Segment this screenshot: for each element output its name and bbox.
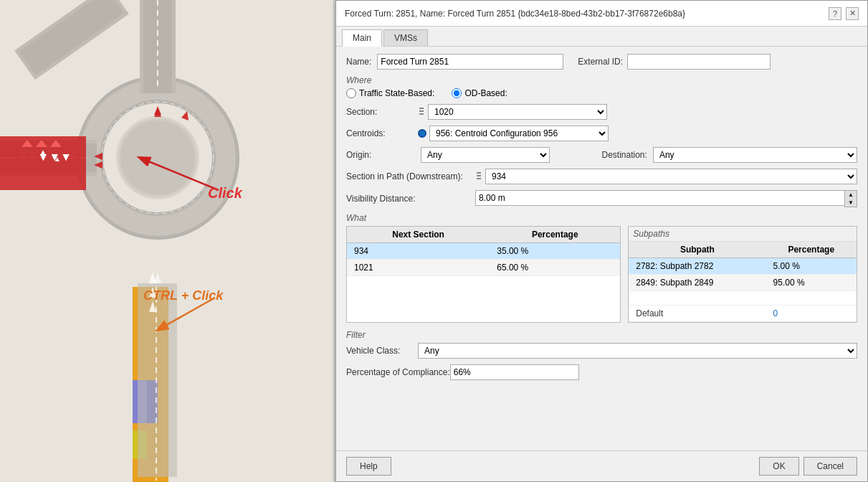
radio-od-based[interactable]: OD-Based: (452, 88, 507, 98)
dialog-titlebar: Forced Turn: 2851, Name: Forced Turn 285… (336, 1, 867, 27)
centroids-select[interactable]: 956: Centroid Configuration 956 (429, 126, 609, 141)
subpaths-header: Subpaths (629, 227, 857, 242)
radio-group: Traffic State-Based: OD-Based: (346, 88, 857, 98)
svg-text:▲: ▲ (39, 148, 47, 156)
subpaths-table: Subpath Percentage 2782: Subpath 2782 5.… (629, 242, 857, 322)
visibility-distance-label: Visibility Distance: (346, 194, 475, 204)
vehicle-class-row: Vehicle Class: Any (346, 343, 857, 359)
subpaths-container: Subpaths Subpath Percentage 2782: Subpat… (628, 226, 857, 323)
name-label: Name: (346, 57, 371, 67)
subpath-pct-cell: 95.00 % (766, 275, 857, 291)
next-section-cell: 934 (347, 243, 490, 260)
section-in-path-row: Section in Path (Downstream): 934 (346, 169, 857, 184)
ext-id-group: External ID: (578, 54, 771, 70)
origin-destination-row: Origin: Any Destination: Any (346, 147, 857, 163)
subpath-pct-cell: 5.00 % (766, 258, 857, 275)
where-header: Where (346, 75, 857, 85)
visibility-distance-spinbox: ▲ ▼ (475, 190, 857, 207)
svg-text:▲: ▲ (54, 155, 61, 163)
filter-section: Filter Vehicle Class: Any Percentage of … (346, 330, 857, 380)
radio-od-based-label: OD-Based: (464, 88, 507, 98)
external-id-input[interactable] (627, 54, 771, 70)
ok-button[interactable]: OK (759, 457, 798, 476)
dialog-body: Name: External ID: Where Traffic State-B… (336, 47, 867, 450)
section-select[interactable]: 1020 (428, 104, 607, 120)
spinbox-down-button[interactable]: ▼ (845, 199, 857, 207)
vehicle-class-select[interactable]: Any (418, 343, 857, 359)
help-button[interactable]: Help (346, 457, 391, 476)
next-section-cell: 1021 (347, 260, 490, 276)
compliance-row: Percentage of Compliance: (346, 364, 857, 380)
tab-bar: Main VMSs (336, 27, 867, 47)
subpaths-default-label: Default (629, 306, 766, 322)
radio-traffic-state-label: Traffic State-Based: (359, 88, 434, 98)
percentage-col-header: Percentage (490, 227, 620, 243)
external-id-label: External ID: (578, 57, 623, 67)
dialog-title: Forced Turn: 2851, Name: Forced Turn 285… (345, 9, 685, 19)
section-icon (418, 107, 425, 117)
origin-label: Origin: (346, 150, 418, 160)
percentage-cell: 65.00 % (490, 260, 620, 276)
origin-part: Origin: Any (346, 147, 602, 163)
dialog: Forced Turn: 2851, Name: Forced Turn 285… (335, 0, 868, 482)
dialog-title-buttons: ? ✕ (829, 7, 859, 20)
subpath-cell: 2782: Subpath 2782 (629, 258, 766, 275)
section-in-path-label: Section in Path (Downstream): (346, 171, 475, 181)
centroids-label: Centroids: (346, 128, 418, 138)
map-area: ▲▲▲ ▲ ▲ (0, 0, 333, 482)
svg-point-27 (120, 120, 195, 195)
subpath-col-header: Subpath (629, 242, 766, 258)
filter-header: Filter (346, 330, 857, 340)
table-row (629, 291, 857, 306)
table-row[interactable]: 2782: Subpath 2782 5.00 % (629, 258, 857, 275)
compliance-label: Percentage of Compliance: (346, 367, 450, 377)
next-section-table-container: Next Section Percentage 934 35.00 % 1021… (346, 226, 621, 323)
help-title-button[interactable]: ? (829, 7, 841, 20)
table-row[interactable]: 1021 65.00 % (347, 260, 620, 276)
section-label: Section: (346, 107, 418, 117)
centroid-bullet-icon (418, 129, 426, 138)
table-row[interactable]: 934 35.00 % (347, 243, 620, 260)
spinbox-up-button[interactable]: ▲ (845, 191, 857, 199)
destination-select[interactable]: Any (653, 147, 857, 163)
visibility-distance-row: Visibility Distance: ▲ ▼ (346, 190, 857, 207)
visibility-distance-input[interactable] (475, 190, 844, 206)
tab-main[interactable]: Main (342, 29, 382, 47)
compliance-input[interactable] (450, 364, 579, 380)
destination-label: Destination: (602, 150, 647, 160)
footer-action-buttons: OK Cancel (759, 457, 857, 476)
tab-vmss[interactable]: VMSs (383, 29, 428, 46)
svg-rect-24 (138, 283, 177, 477)
subpath-cell: 2849: Subpath 2849 (629, 275, 766, 291)
section-in-path-icon (475, 171, 482, 181)
centroids-row: Centroids: 956: Centroid Configuration 9… (346, 126, 857, 141)
dialog-footer: Help OK Cancel (336, 450, 867, 481)
what-header: What (346, 213, 857, 223)
next-section-table: Next Section Percentage 934 35.00 % 1021… (347, 227, 620, 276)
section-in-path-select[interactable]: 934 (485, 169, 857, 184)
destination-part: Destination: Any (602, 147, 858, 163)
spinbox-buttons: ▲ ▼ (844, 190, 857, 207)
subpaths-default-row[interactable]: Default 0 (629, 306, 857, 322)
vehicle-class-label: Vehicle Class: (346, 346, 418, 356)
close-title-button[interactable]: ✕ (846, 7, 859, 20)
what-section: Next Section Percentage 934 35.00 % 1021… (346, 226, 857, 323)
table-row[interactable]: 2849: Subpath 2849 95.00 % (629, 275, 857, 291)
section-row: Section: 1020 (346, 104, 857, 120)
radio-traffic-state[interactable]: Traffic State-Based: (346, 88, 434, 98)
percentage-cell: 35.00 % (490, 243, 620, 260)
name-row: Name: External ID: (346, 54, 857, 70)
next-section-col-header: Next Section (347, 227, 490, 243)
name-input[interactable] (377, 54, 563, 70)
subpaths-default-value[interactable]: 0 (766, 306, 857, 322)
origin-select[interactable]: Any (421, 147, 550, 163)
subpath-pct-col-header: Percentage (766, 242, 857, 258)
cancel-button[interactable]: Cancel (803, 457, 857, 476)
